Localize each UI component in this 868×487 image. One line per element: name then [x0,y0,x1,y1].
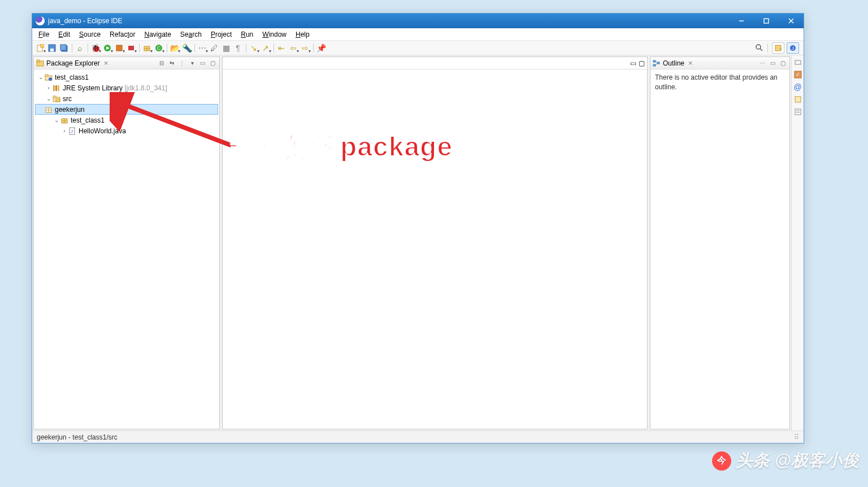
close-tab-icon[interactable]: × [102,59,110,67]
tree-package-geekerjun[interactable]: geekerjun [35,104,218,115]
package-icon [44,105,53,114]
outline-tab[interactable]: Outline × [653,59,695,67]
minimize-view-icon[interactable]: ▭ [198,59,207,68]
maximize-view-icon[interactable]: ▢ [778,59,787,68]
debug-button[interactable]: 🐞▾ [90,42,101,54]
tree-project[interactable]: ⌄ test_class1 [35,72,218,82]
task-list-icon[interactable]: ✓ [793,70,802,79]
expand-toggle-icon[interactable]: ⌄ [37,74,44,80]
close-tab-icon[interactable]: × [687,59,695,67]
statusbar: geekerjun - test_class1/src ⠿ [32,431,804,443]
project-label: test_class1 [55,73,89,81]
external-tools-button[interactable]: ▾ [125,42,137,54]
close-button[interactable] [779,14,804,28]
minimize-button[interactable] [729,14,754,28]
view-menu-button[interactable]: ⋯ [758,59,767,68]
java-perspective-button[interactable]: J [787,42,799,54]
menu-edit[interactable]: Edit [54,29,74,40]
status-trim-icon[interactable]: ⠿ [794,433,799,441]
coverage-button[interactable]: ▾ [114,42,125,54]
menu-window[interactable]: Window [258,29,290,40]
declaration-icon[interactable] [793,95,802,104]
svg-rect-34 [53,96,56,98]
menu-help[interactable]: Help [292,29,314,40]
expand-toggle-icon[interactable]: ⌄ [45,95,52,102]
svg-text:+: + [779,46,782,51]
java-file-icon: J [68,127,77,136]
menu-refactor[interactable]: Refactor [106,29,139,40]
watermark-text: 头条 @极客小俊 [736,449,859,472]
maximize-editor-icon[interactable]: ▢ [639,59,645,67]
toolbar: ▾ ⌕ 🐞▾ ▾ ▾ ▾ ▾ C▾ 📂▾ 🔦▾ ⋯▾ 🖊 ▦ ¶ ↘▾ ↗▾ ⇤… [32,41,804,55]
svg-rect-31 [55,85,57,91]
toolbar-separator [244,44,248,53]
tree-src-folder[interactable]: ⌄ src [35,93,218,104]
save-button[interactable] [46,42,58,54]
expand-toggle-icon[interactable]: › [45,85,52,91]
block-selection-button[interactable]: ▦ [220,42,232,54]
open-type-button[interactable]: ⌕ [74,42,85,54]
filters-button[interactable]: ⋮ [177,59,186,68]
java-project-icon [44,73,53,82]
svg-rect-28 [45,75,48,76]
problems-icon[interactable] [793,107,802,116]
search-access-button[interactable] [754,42,765,54]
collapse-all-button[interactable]: ⊟ [157,59,166,68]
toggle-breadcrumb-button[interactable]: ⋯▾ [197,42,208,54]
svg-rect-55 [795,109,801,115]
menu-run[interactable]: Run [237,29,257,40]
expand-toggle-icon[interactable]: › [61,128,68,134]
maximize-button[interactable] [754,14,779,28]
back-button[interactable]: ⇦▾ [288,42,299,54]
expand-toggle-icon[interactable]: ⌄ [53,117,60,123]
toolbar-separator [272,44,275,53]
show-whitespace-button[interactable]: ¶ [232,42,244,54]
prev-annotation-button[interactable]: ↗▾ [260,42,271,54]
run-button[interactable]: ▾ [102,42,113,54]
tree-package-testclass1[interactable]: ⌄ test_class1 [35,115,218,125]
toolbar-separator [86,44,89,53]
editor-canvas[interactable]: 新建好的package [223,69,647,429]
menu-file[interactable]: File [34,29,53,40]
tree-jre-library[interactable]: › JRE System Library [jdk1.8.0_341] [35,82,218,93]
restore-view-icon[interactable] [793,58,802,67]
package-explorer-title: Package Explorer [46,59,100,67]
tree-java-file[interactable]: › J HelloWorld.java [35,125,218,136]
menu-navigate[interactable]: Navigate [140,29,175,40]
open-task-button[interactable]: 📂▾ [169,42,180,54]
menu-project[interactable]: Project [207,29,236,40]
svg-rect-5 [41,44,44,47]
mark-occurrences-button[interactable]: 🖊 [209,42,220,54]
window-title: java_demo - Eclipse IDE [48,17,729,25]
view-menu-button[interactable]: ▾ [188,59,197,68]
svg-rect-48 [657,62,659,64]
eclipse-window: java_demo - Eclipse IDE File Edit Source… [32,13,804,443]
forward-button[interactable]: ⇨▾ [300,42,311,54]
search-button[interactable]: 🔦▾ [181,42,192,54]
save-all-button[interactable] [58,42,70,54]
package-explorer-icon [36,59,44,67]
last-edit-button[interactable]: ⇤ [276,42,287,54]
menu-source[interactable]: Source [75,29,105,40]
titlebar[interactable]: java_demo - Eclipse IDE [32,14,804,28]
right-fast-view-stack: ✓ @ [791,55,804,431]
javadoc-icon[interactable]: @ [793,82,802,92]
minimize-view-icon[interactable]: ▭ [768,59,777,68]
package-explorer-tree[interactable]: ⌄ test_class1 › JRE System Library [jdk1… [34,69,219,429]
library-version: [jdk1.8.0_341] [124,84,167,92]
open-perspective-button[interactable]: + [772,42,784,54]
editor-tabstrip: ▭ ▢ [223,57,647,69]
svg-rect-51 [795,60,801,64]
toolbar-separator [311,44,315,53]
pin-editor-button[interactable]: 📌 [315,42,327,54]
menu-search[interactable]: Search [176,29,206,40]
toolbar-separator [193,44,196,53]
link-editor-button[interactable]: ⇆ [167,59,176,68]
package-explorer-tab[interactable]: Package Explorer × [36,59,110,67]
new-button[interactable]: ▾ [34,42,46,54]
new-class-button[interactable]: C▾ [153,42,164,54]
maximize-view-icon[interactable]: ▢ [208,59,217,68]
minimize-editor-icon[interactable]: ▭ [630,59,636,67]
new-package-button[interactable]: ▾ [141,42,153,54]
next-annotation-button[interactable]: ↘▾ [248,42,259,54]
